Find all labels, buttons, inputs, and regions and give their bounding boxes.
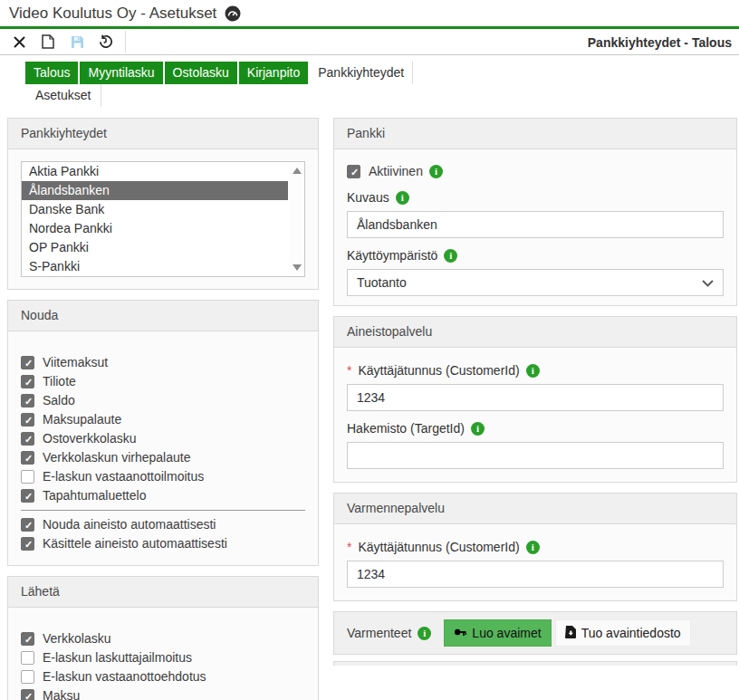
checkbox-row[interactable]: E-laskun vastaanottoilmoitus xyxy=(21,468,305,484)
checkbox-label: Tapahtumaluettelo xyxy=(43,487,146,503)
checkbox-row[interactable]: Saldo xyxy=(21,392,305,408)
checkbox-row[interactable]: E-laskun laskuttajailmoitus xyxy=(21,649,305,666)
right-column: Pankki Aktiivinen Kuvaus Käyttöympäristö xyxy=(333,118,737,666)
checkbox-label: Ostoverkkolasku xyxy=(43,430,136,446)
checkbox-label: Maksu xyxy=(43,687,80,700)
import-file-icon xyxy=(565,626,576,641)
checkbox[interactable] xyxy=(21,432,34,446)
info-icon[interactable] xyxy=(526,364,540,378)
button-label: Luo avaimet xyxy=(472,626,541,640)
info-icon[interactable] xyxy=(417,627,431,640)
bank-list-card: Pankkiyhteydet Aktia Pankki Ålandsbanken… xyxy=(7,118,319,290)
checkbox-label: Viitemaksut xyxy=(43,354,108,370)
tab-asetukset[interactable]: Asetukset xyxy=(25,84,101,107)
bank-list-item[interactable]: OP Pankki xyxy=(22,238,288,257)
checkbox[interactable] xyxy=(21,375,34,388)
customerid-label: * Käyttäjätunnus (CustomerId) xyxy=(347,362,724,379)
checkbox[interactable] xyxy=(21,537,34,551)
tab-talous[interactable]: Talous xyxy=(25,62,78,84)
checkbox-row[interactable]: Maksupalaute xyxy=(21,411,305,427)
checkbox-row[interactable]: Käsittele aineisto automaattisesti xyxy=(21,535,305,551)
checkbox-row[interactable]: Tiliote xyxy=(21,373,305,389)
bank-list-item[interactable]: Aktia Pankki xyxy=(22,162,288,181)
info-icon[interactable] xyxy=(396,191,409,205)
bank-listbox[interactable]: Aktia Pankki Ålandsbanken Danske Bank No… xyxy=(21,161,305,277)
gauge-icon xyxy=(225,5,241,22)
close-icon[interactable] xyxy=(7,31,31,53)
checkbox-label: Maksupalaute xyxy=(43,411,121,427)
tab-myyntilasku[interactable]: Myyntilasku xyxy=(80,62,162,84)
checkbox-row[interactable]: Tapahtumaluettelo xyxy=(21,487,305,503)
certificate-service-card: Varmennepalvelu * Käyttäjätunnus (Custom… xyxy=(333,493,737,601)
window-titlebar: Video Koulutus Oy - Asetukset xyxy=(0,0,739,29)
checkbox[interactable] xyxy=(21,413,34,427)
bank-card: Pankki Aktiivinen Kuvaus Käyttöympäristö xyxy=(333,118,737,306)
material-service-card-title: Aineistopalvelu xyxy=(334,317,736,348)
left-column: Pankkiyhteydet Aktia Pankki Ålandsbanken… xyxy=(7,118,319,700)
certificate-service-card-title: Varmennepalvelu xyxy=(334,494,736,524)
field-label-text: Käyttäjätunnus (CustomerId) xyxy=(358,362,519,379)
scroll-down-icon[interactable] xyxy=(293,264,302,271)
checkbox[interactable] xyxy=(21,689,34,700)
fetch-card-title: Nouda xyxy=(8,301,318,331)
history-icon[interactable] xyxy=(94,31,118,53)
divider xyxy=(21,510,305,511)
tab-ostolasku[interactable]: Ostolasku xyxy=(165,62,237,84)
info-icon[interactable] xyxy=(429,165,443,178)
kuvaus-label: Kuvaus xyxy=(347,189,724,206)
checkbox[interactable] xyxy=(21,518,34,532)
save-icon[interactable] xyxy=(65,31,89,53)
tab-pankkiyhteydet[interactable]: Pankkiyhteydet xyxy=(310,62,413,84)
bank-list-item[interactable]: Nordea Pankki xyxy=(22,219,288,238)
create-keys-button[interactable]: Luo avaimet xyxy=(444,619,551,647)
bank-list-item[interactable]: Ålandsbanken xyxy=(22,181,288,200)
checkbox[interactable] xyxy=(21,394,34,408)
info-icon[interactable] xyxy=(444,249,457,263)
customerid-input[interactable] xyxy=(347,384,724,411)
cert-customerid-input[interactable] xyxy=(347,561,724,588)
checkbox-row[interactable]: E-laskun vastaanottoehdotus xyxy=(21,668,305,685)
select-value: Tuotanto xyxy=(357,275,407,290)
new-document-icon[interactable] xyxy=(36,31,60,53)
field-label-text: Varmenteet xyxy=(347,626,411,640)
checkbox[interactable] xyxy=(21,451,34,465)
targetid-label: Hakemisto (TargetId) xyxy=(347,420,724,436)
checkbox-row[interactable]: Verkkolaskun virhepalaute xyxy=(21,449,305,465)
checkbox-label: E-laskun vastaanottoehdotus xyxy=(43,668,206,685)
field-label-text: Hakemisto (TargetId) xyxy=(347,420,465,436)
checkbox-label: Tiliote xyxy=(43,373,76,389)
tab-kirjanpito[interactable]: Kirjanpito xyxy=(239,62,308,84)
bank-list-card-title: Pankkiyhteydet xyxy=(8,119,318,149)
button-label: Tuo avaintiedosto xyxy=(581,626,681,640)
checkbox-row[interactable]: Maksu xyxy=(21,687,305,700)
active-checkbox-row[interactable]: Aktiivinen xyxy=(347,162,724,180)
checkbox[interactable] xyxy=(21,632,34,646)
checkbox-label: Nouda aineisto automaattisesti xyxy=(43,516,216,532)
checkbox[interactable] xyxy=(347,165,360,178)
info-icon[interactable] xyxy=(471,422,485,436)
fetch-card: Nouda Viitemaksut Tiliote Saldo Maksupal… xyxy=(7,300,319,566)
checkbox-row[interactable]: Verkkolasku xyxy=(21,630,305,647)
kayttoymparisto-select[interactable]: Tuotanto xyxy=(347,269,724,296)
checkbox[interactable] xyxy=(21,489,34,503)
kuvaus-input[interactable] xyxy=(347,211,724,238)
checkbox[interactable] xyxy=(21,470,34,484)
import-keyfile-button[interactable]: Tuo avaintiedosto xyxy=(555,619,691,647)
checkbox-row[interactable]: Nouda aineisto automaattisesti xyxy=(21,516,305,532)
info-icon[interactable] xyxy=(526,541,540,554)
bank-list-item[interactable]: S-Pankki xyxy=(22,257,288,276)
chevron-down-icon xyxy=(702,275,714,290)
cert-customerid-label: * Käyttäjätunnus (CustomerId) xyxy=(347,539,724,555)
checkbox-row[interactable]: Viitemaksut xyxy=(21,354,305,370)
targetid-input[interactable] xyxy=(347,442,724,469)
toolbar: Pankkiyhteydet - Talous xyxy=(0,29,739,55)
listbox-scrollbar[interactable] xyxy=(289,162,304,276)
checkbox[interactable] xyxy=(21,356,34,369)
checkbox[interactable] xyxy=(21,670,34,684)
checkbox-row[interactable]: Ostoverkkolasku xyxy=(21,430,305,446)
scroll-up-icon[interactable] xyxy=(293,168,302,174)
bank-list-item[interactable]: Danske Bank xyxy=(22,200,288,219)
certificates-label: Varmenteet xyxy=(347,626,431,640)
checkbox[interactable] xyxy=(21,651,34,665)
field-label-text: Kuvaus xyxy=(347,189,389,206)
